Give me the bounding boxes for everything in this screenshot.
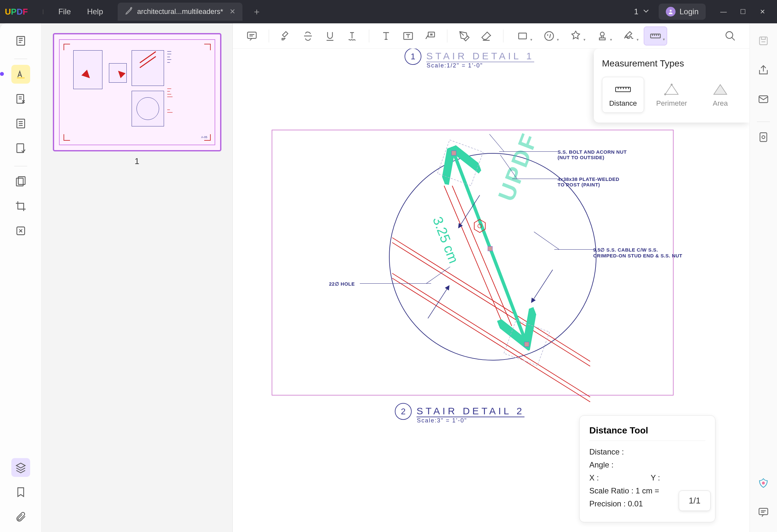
- document-canvas[interactable]: 1 STAIR DETAIL 1 Scale:1/2" = 1'-0": [233, 48, 750, 532]
- edit-icon: [125, 6, 134, 17]
- search-icon[interactable]: [721, 27, 740, 45]
- highlight-marker-icon[interactable]: [276, 27, 295, 45]
- ai-assistant-icon[interactable]: [754, 473, 773, 493]
- logo-d: D: [16, 7, 23, 16]
- measurement-type-distance[interactable]: Distance: [602, 77, 644, 113]
- svg-rect-34: [760, 133, 767, 142]
- export-icon[interactable]: [754, 128, 773, 146]
- menu-help[interactable]: Help: [79, 7, 111, 16]
- compress-tool-icon[interactable]: [11, 221, 30, 240]
- angle-label: Angle :: [589, 460, 614, 469]
- measurement-type-area[interactable]: Area: [699, 77, 741, 113]
- svg-marker-27: [474, 219, 485, 232]
- page-indicator: 1: [634, 7, 638, 16]
- chevron-down-icon[interactable]: [642, 6, 651, 17]
- measurement-types-panel: Measurement Types Distance Perimeter Are…: [594, 48, 750, 122]
- layers-icon[interactable]: [11, 458, 30, 477]
- svg-point-30: [671, 84, 672, 85]
- svg-point-35: [762, 136, 765, 139]
- svg-point-14: [548, 35, 548, 35]
- perimeter-label: Perimeter: [656, 99, 687, 108]
- ocr-tool-icon[interactable]: [11, 172, 30, 191]
- svg-rect-33: [759, 96, 768, 103]
- crop-tool-icon[interactable]: [11, 197, 30, 216]
- annotation-toolbar: [233, 23, 750, 48]
- pin-tool-icon[interactable]: [564, 27, 587, 45]
- toolbar-separator: [269, 29, 269, 42]
- area-icon: [712, 82, 729, 97]
- window-maximize-button[interactable]: ☐: [733, 4, 753, 20]
- attachment-icon[interactable]: [11, 507, 30, 526]
- window-minimize-button[interactable]: —: [714, 4, 733, 20]
- save-icon[interactable]: [754, 31, 773, 50]
- drawing-viewport: 3.25 cm UPDF S.S. BOLT AND ACORN NUT(NUT…: [271, 130, 674, 396]
- strikethrough-tool-icon[interactable]: [299, 27, 317, 45]
- toolbar-separator: [369, 29, 369, 42]
- tab-title: architectural...multileaders*: [137, 7, 223, 16]
- callout-hole: 22∅ HOLE: [329, 281, 355, 287]
- share-icon[interactable]: [754, 61, 773, 80]
- textbox-tool-icon[interactable]: [399, 27, 418, 45]
- underline-tool-icon[interactable]: [321, 27, 339, 45]
- stamp-tool-icon[interactable]: [591, 27, 614, 45]
- bookmark-icon[interactable]: [11, 483, 30, 502]
- svg-point-15: [600, 32, 604, 36]
- svg-rect-1: [17, 37, 25, 45]
- text-tool-icon[interactable]: [377, 27, 396, 45]
- comment-tool-icon[interactable]: [242, 27, 261, 45]
- tab-close-icon[interactable]: ✕: [229, 7, 235, 16]
- svg-point-17: [726, 31, 733, 38]
- rectangle-tool-icon[interactable]: [511, 27, 534, 45]
- bolt-symbol: [472, 218, 488, 234]
- callout-bolt: S.S. BOLT AND ACORN NUT(NUT TO OUTSIDE): [558, 149, 627, 160]
- measurement-type-perimeter[interactable]: Perimeter: [651, 77, 693, 113]
- email-icon[interactable]: [754, 90, 773, 109]
- distance-tool-title: Distance Tool: [589, 425, 705, 441]
- detail-number-circle: 1: [405, 48, 421, 65]
- new-tab-button[interactable]: ＋: [252, 5, 261, 18]
- sticker-tool-icon[interactable]: [538, 27, 561, 45]
- eraser-tool-icon[interactable]: [477, 27, 495, 45]
- svg-rect-32: [760, 37, 767, 45]
- menu-file[interactable]: File: [50, 7, 79, 16]
- signature-tool-icon[interactable]: [617, 27, 641, 45]
- svg-rect-2: [17, 77, 25, 79]
- y-label: Y :: [651, 473, 660, 483]
- logo-p: P: [11, 7, 16, 16]
- indicator-dot: [0, 72, 4, 76]
- rail-separator: [14, 59, 27, 59]
- form-tool-icon[interactable]: [11, 139, 30, 157]
- svg-rect-11: [428, 32, 435, 37]
- detail-number-circle: 2: [395, 403, 412, 420]
- callout-cable: 9.5∅ S.S. CABLE C/W S.S.CRIMPED-ON STUD …: [593, 247, 682, 258]
- svg-rect-22: [438, 140, 483, 186]
- svg-rect-37: [759, 508, 768, 515]
- svg-point-13: [545, 31, 554, 40]
- pencil-tool-icon[interactable]: [455, 27, 474, 45]
- document-tab[interactable]: architectural...multileaders* ✕: [118, 3, 242, 21]
- svg-point-31: [665, 94, 666, 95]
- callout-tool-icon[interactable]: [421, 27, 440, 45]
- organize-tool-icon[interactable]: [11, 114, 30, 133]
- svg-rect-12: [519, 33, 527, 39]
- scale-ratio-label: Scale Ratio : 1 cm =: [589, 486, 659, 495]
- window-close-button[interactable]: ✕: [753, 4, 772, 20]
- measure-tool-icon[interactable]: [644, 27, 667, 45]
- measurement-panel-title: Measurement Types: [602, 59, 741, 69]
- page-thumbnail[interactable]: ━━━━━━━━━━━━━ ━━━━━━━━━━━━ ━━━━━━ A-05: [53, 33, 221, 151]
- svg-point-0: [670, 10, 672, 12]
- comments-panel-icon[interactable]: [754, 503, 773, 522]
- page-navigator[interactable]: 1/1: [679, 491, 710, 511]
- edit-tool-icon[interactable]: [11, 90, 30, 108]
- precision-label: Precision : 0.01: [589, 499, 643, 508]
- thumbnail-panel: ━━━━━━━━━━━━━ ━━━━━━━━━━━━ ━━━━━━ A-05 1: [41, 23, 233, 532]
- detail-scale-text: Scale:1/2" = 1'-0": [427, 62, 483, 69]
- main-area: 1 STAIR DETAIL 1 Scale:1/2" = 1'-0": [233, 23, 750, 532]
- squiggly-tool-icon[interactable]: [343, 27, 361, 45]
- reader-tool-icon[interactable]: [11, 31, 30, 50]
- highlight-tool-icon[interactable]: [11, 65, 30, 84]
- login-button[interactable]: Login: [659, 4, 706, 20]
- rail-separator: [757, 122, 770, 122]
- x-label: X :: [589, 473, 599, 483]
- svg-rect-9: [248, 32, 256, 38]
